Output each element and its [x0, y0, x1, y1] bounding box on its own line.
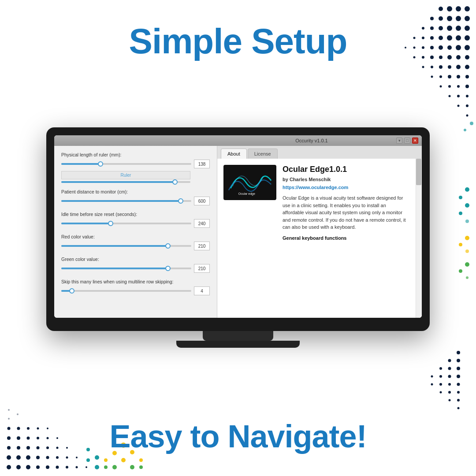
footer-plain: Easy to — [109, 419, 227, 454]
maximize-button[interactable]: □ — [404, 138, 410, 144]
scrollbar-thumb[interactable] — [416, 159, 421, 185]
about-logo: Ocular edge — [223, 165, 276, 200]
slider-value-ruler-length: 138 — [194, 160, 210, 168]
about-url[interactable]: https://www.ocularedge.com — [283, 185, 408, 190]
monitor-wrapper: Occurity v1.0.1 ▾ □ ✕ Ph — [46, 127, 430, 348]
footer-title: Easy to Navigate! — [109, 419, 366, 454]
tab-about[interactable]: About — [221, 149, 247, 159]
footer-section: Easy to Navigate! — [109, 419, 366, 454]
about-content: Ocular edge Ocular Edge1.0.1 by Charles … — [217, 159, 422, 318]
setting-label-red: Red color value: — [61, 234, 210, 239]
slider-row-idle: 240 — [61, 219, 210, 228]
settings-panel: Physical length of ruler (mm): 138 — [54, 146, 217, 318]
slider-value-idle: 240 — [194, 219, 210, 228]
slider-value-green: 210 — [194, 264, 210, 273]
app-window: Occurity v1.0.1 ▾ □ ✕ Ph — [54, 135, 422, 318]
title-plain: Simple — [129, 22, 252, 61]
setting-label-distance: Patient distance to monitor (cm): — [61, 189, 210, 194]
slider-row-ruler-length: 138 — [61, 160, 210, 168]
window-title: Occurity v1.0.1 — [227, 138, 396, 143]
ruler-label: Ruler — [61, 171, 190, 179]
about-author: by Charles Menschik — [283, 177, 408, 182]
slider-fill-idle — [61, 223, 111, 224]
minimize-button[interactable]: ▾ — [396, 138, 402, 144]
slider-value-distance: 600 — [194, 197, 210, 205]
page-wrapper: Simple Setup Occurity v1.0.1 ▾ □ ✕ — [0, 0, 476, 476]
title-bar: Occurity v1.0.1 ▾ □ ✕ — [54, 135, 422, 146]
monitor: Occurity v1.0.1 ▾ □ ✕ Ph — [46, 127, 430, 331]
monitor-base — [176, 341, 300, 348]
slider-row-distance: 600 — [61, 197, 210, 205]
slider-value-skip: 4 — [194, 286, 210, 295]
slider-row-red: 210 — [61, 242, 210, 250]
ruler-slider-fill — [61, 181, 175, 183]
slider-thumb-ruler-length[interactable] — [98, 161, 103, 167]
slider-thumb-skip[interactable] — [69, 288, 74, 294]
setting-group-skip: Skip this many lines when using multilin… — [61, 279, 210, 295]
slider-fill-ruler-length — [61, 163, 100, 165]
setting-group-green: Green color value: 210 — [61, 257, 210, 273]
setting-group-red: Red color value: 210 — [61, 234, 210, 250]
svg-text:Ocular edge: Ocular edge — [238, 192, 255, 196]
title-bold: Setup — [251, 22, 347, 61]
setting-group-idle: Idle time before size reset (seconds): 2… — [61, 212, 210, 228]
ruler-slider-thumb[interactable] — [172, 179, 178, 185]
about-description: Ocular Edge is a visual acuity test soft… — [283, 194, 408, 231]
page-title: Simple Setup — [129, 22, 347, 61]
slider-fill-red — [61, 245, 168, 247]
slider-thumb-red[interactable] — [165, 243, 171, 249]
about-section-title: General keyboard functions — [283, 235, 408, 241]
tabs-bar: About License — [217, 146, 422, 159]
slider-fill-green — [61, 268, 168, 269]
setting-group-distance: Patient distance to monitor (cm): 600 — [61, 189, 210, 205]
slider-row-green: 210 — [61, 264, 210, 273]
slider-track-green[interactable] — [61, 268, 191, 269]
setting-label-ruler-length: Physical length of ruler (mm): — [61, 152, 210, 157]
monitor-stand — [203, 331, 273, 341]
scrollbar[interactable] — [416, 159, 422, 318]
slider-track-distance[interactable] — [61, 200, 191, 202]
header-section: Simple Setup — [129, 18, 347, 61]
slider-row-skip: 4 — [61, 286, 210, 295]
slider-fill-distance — [61, 200, 181, 202]
slider-track-skip[interactable] — [61, 290, 191, 292]
monitor-screen: Occurity v1.0.1 ▾ □ ✕ Ph — [54, 135, 422, 318]
slider-thumb-green[interactable] — [165, 266, 171, 271]
title-bar-controls: ▾ □ ✕ — [396, 138, 418, 144]
about-panel: About License — [217, 146, 422, 318]
slider-value-red: 210 — [194, 242, 210, 250]
app-body: Physical length of ruler (mm): 138 — [54, 146, 422, 318]
about-text-block: Ocular Edge1.0.1 by Charles Menschik htt… — [283, 165, 416, 241]
slider-track-idle[interactable] — [61, 223, 191, 224]
slider-thumb-distance[interactable] — [178, 198, 183, 204]
about-app-name: Ocular Edge1.0.1 — [283, 165, 408, 174]
setting-group-ruler-length: Physical length of ruler (mm): 138 — [61, 152, 210, 183]
tab-license[interactable]: License — [248, 149, 278, 159]
slider-thumb-idle[interactable] — [108, 221, 113, 226]
slider-track-red[interactable] — [61, 245, 191, 247]
setting-label-idle: Idle time before size reset (seconds): — [61, 212, 210, 217]
footer-bold: Navigate! — [228, 419, 367, 454]
setting-label-green: Green color value: — [61, 257, 210, 262]
ruler-slider-track[interactable] — [61, 181, 190, 183]
slider-track-ruler-length[interactable] — [61, 163, 191, 165]
close-button[interactable]: ✕ — [412, 138, 418, 144]
setting-label-skip: Skip this many lines when using multilin… — [61, 279, 210, 284]
